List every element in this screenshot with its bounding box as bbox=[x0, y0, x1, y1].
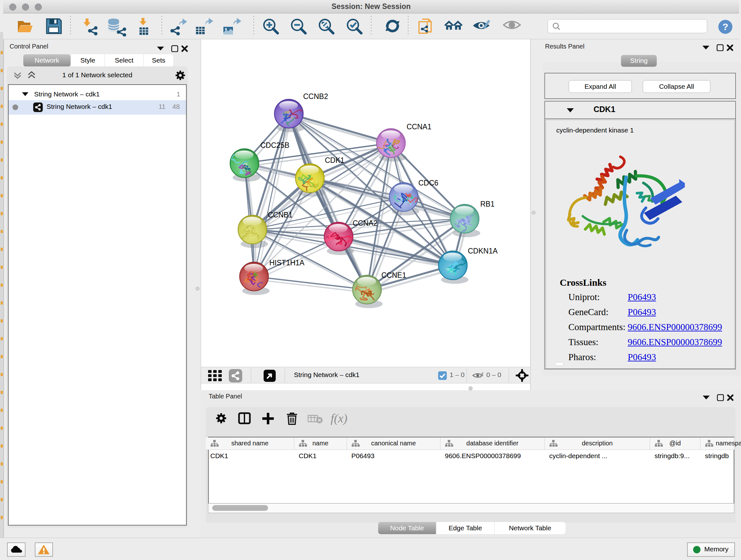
svg-text:CCNA2: CCNA2 bbox=[353, 219, 378, 227]
svg-text:CCNE1: CCNE1 bbox=[381, 271, 406, 279]
svg-text:CDK1: CDK1 bbox=[325, 156, 344, 165]
svg-text:CCNB1: CCNB1 bbox=[268, 211, 293, 219]
svg-text:CDC6: CDC6 bbox=[418, 179, 439, 187]
svg-text:CCNB2: CCNB2 bbox=[303, 92, 328, 101]
svg-text:CDKN1A: CDKN1A bbox=[468, 247, 498, 255]
svg-text:RB1: RB1 bbox=[480, 200, 495, 208]
svg-text:CDC25B: CDC25B bbox=[260, 141, 289, 149]
svg-text:CCNA1: CCNA1 bbox=[407, 123, 431, 131]
svg-text:?: ? bbox=[723, 21, 728, 32]
svg-text:HIST1H1A: HIST1H1A bbox=[269, 259, 305, 267]
